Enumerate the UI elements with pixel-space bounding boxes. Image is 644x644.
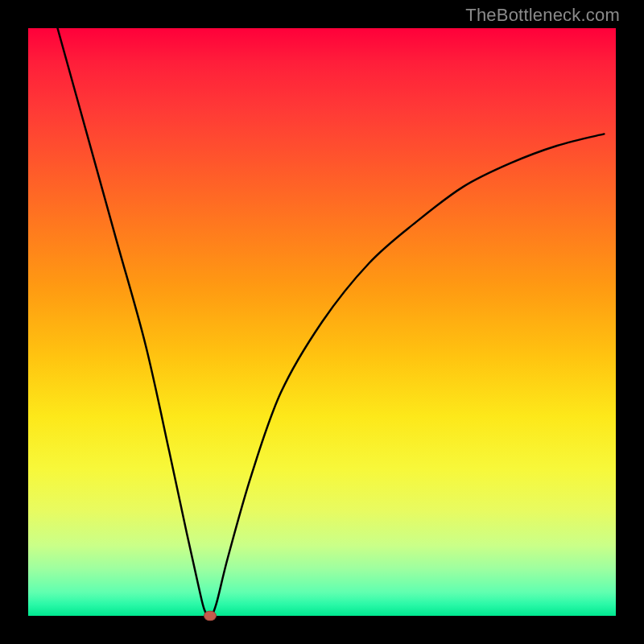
optimal-point-marker (204, 611, 217, 621)
chart-frame: TheBottleneck.com (0, 0, 644, 644)
watermark-text: TheBottleneck.com (465, 5, 620, 26)
bottleneck-curve (28, 28, 616, 616)
